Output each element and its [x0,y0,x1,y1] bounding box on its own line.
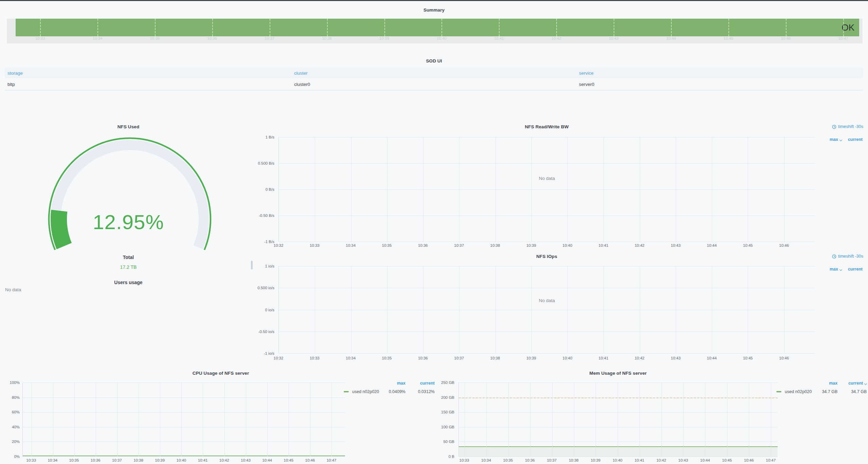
gridline-vertical [212,19,213,36]
chevron-down-icon [839,138,842,141]
timeshift-control[interactable]: timeshift -30s [832,254,863,259]
sod-title: SOD UI [0,58,868,63]
time-tick-label: 10:39 [526,356,536,360]
time-tick-label: 10:38 [133,458,143,462]
time-tick-label: 10:47 [327,458,337,462]
gridline-horizontal [459,412,778,412]
gauge-value: 12.95% [0,210,257,234]
gridline-vertical [331,383,332,457]
time-tick-label: 10:46 [781,36,791,40]
time-tick-label: 10:42 [635,243,645,247]
column-header-cluster[interactable]: cluster [294,70,308,75]
legend-mode-controls: max current [830,267,863,272]
legend-current-header[interactable]: current [405,381,435,386]
gridline-vertical [727,383,727,457]
time-tick-label: 10:36 [418,356,428,360]
y-tick-label: 1 io/s [265,264,275,268]
gridline-vertical [40,19,41,36]
time-tick-label: 10:40 [562,356,572,360]
users-usage-title: Users usage [0,280,257,285]
gridline-vertical [224,383,225,457]
time-tick-label: 10:35 [382,356,392,360]
time-tick-label: 10:35 [503,458,513,462]
time-tick-label: 10:41 [198,458,208,462]
legend-current-header[interactable]: current [837,381,867,386]
gridline-vertical [384,19,385,36]
column-header-service[interactable]: service [579,70,594,75]
time-tick-label: 10:44 [707,243,717,247]
summary-title: Summary [0,7,868,13]
y-tick-label: 0% [14,454,20,459]
series-color-icon [344,391,349,392]
legend-current-value: 34.7 GB [837,389,867,394]
time-tick-label: 10:36 [207,36,217,40]
cpu-plot-area[interactable] [22,383,345,457]
time-tick-label: 10:42 [635,356,645,360]
column-header-storage[interactable]: storage [7,70,23,75]
legend-max-header[interactable]: max [812,381,837,386]
bw-x-axis: 10:3210:3310:3410:3510:3610:3710:3810:39… [278,243,815,249]
time-tick-label: 10:38 [490,356,500,360]
gridline-vertical [556,19,557,36]
gridline-horizontal [279,353,815,354]
time-tick-label: 10:37 [454,243,464,247]
bw-plot-area[interactable]: No data [278,137,815,242]
time-tick-label: 10:45 [743,243,753,247]
gridline-vertical [139,383,139,457]
current-toggle[interactable]: current [848,267,863,272]
legend-series-item[interactable]: used n02p020 [776,389,812,394]
gridline-vertical [96,383,96,457]
gridline-vertical [117,383,117,457]
gridline-vertical [705,383,705,457]
y-tick-label: 250 GB [441,381,454,385]
current-toggle[interactable]: current [848,137,863,142]
mem-legend: max current used n02p020 34.7 GB 34.7 GB [776,381,865,394]
time-tick-label: 10:46 [744,458,754,462]
mem-plot-area[interactable] [458,383,778,457]
time-tick-label: 10:45 [722,458,732,462]
time-tick-label: 10:35 [382,243,392,247]
time-tick-label: 10:45 [724,36,734,40]
cpu-used-series-line [23,456,345,456]
time-tick-label: 10:33 [35,36,45,40]
time-tick-label: 10:36 [418,243,428,247]
time-tick-label: 10:39 [591,458,600,462]
gridline-vertical [618,383,618,457]
chevron-down-icon [839,268,842,271]
y-tick-label: 60% [12,410,20,414]
time-tick-label: 10:43 [671,356,681,360]
max-toggle[interactable]: max [830,137,842,142]
legend-max-header[interactable]: max [380,381,405,386]
gridline-vertical [786,19,786,36]
mem-y-axis: 250 GB200 GB150 GB100 GB50 GB0 B [433,383,454,457]
time-tick-label: 10:37 [112,458,122,462]
time-tick-label: 10:46 [779,243,789,247]
time-tick-label: 10:41 [599,356,609,360]
gridline-vertical [499,19,500,36]
mem-x-axis: 10:3310:3410:3510:3610:3710:3810:3910:40… [458,458,778,464]
gridline-vertical [728,19,729,36]
status-bar[interactable]: OK [16,19,859,36]
time-tick-label: 10:41 [494,36,504,40]
y-tick-label: -1 B/s [264,240,274,244]
legend-series-item[interactable]: used n02p020 [344,389,380,394]
time-tick-label: 10:34 [48,458,57,462]
gridline-horizontal [459,427,778,427]
timeshift-control[interactable]: timeshift -30s [832,124,863,129]
gridline-horizontal [459,442,778,442]
table-header-row: storage cluster service [5,68,863,78]
max-toggle[interactable]: max [830,267,842,272]
gridline-vertical [53,383,53,457]
time-tick-label: 10:35 [150,36,160,40]
gridline-horizontal [23,412,345,412]
time-tick-label: 10:42 [656,458,666,462]
time-tick-label: 10:42 [551,36,561,40]
gridline-vertical [441,19,442,36]
time-tick-label: 10:43 [241,458,251,462]
iops-plot-area[interactable]: No data [278,266,815,353]
y-tick-label: 0.500 io/s [257,286,274,290]
gridline-horizontal [459,457,778,457]
gridline-vertical [270,19,270,36]
time-tick-label: 10:34 [346,243,356,247]
gauge-chart[interactable] [40,135,220,257]
